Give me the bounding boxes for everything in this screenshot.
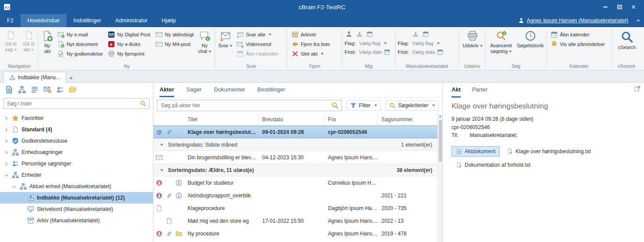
column-header-titel[interactable]: Titel bbox=[184, 113, 259, 125]
filter-button[interactable]: Filter bbox=[346, 100, 381, 111]
tab-dokumenter[interactable]: Dokumenter bbox=[214, 83, 245, 97]
tree-item-enhedssoegninger[interactable]: Enhedssøgninger bbox=[0, 147, 153, 158]
calendar-icon[interactable] bbox=[437, 49, 443, 55]
vertical-scrollbar[interactable]: ▲ bbox=[438, 113, 442, 242]
new-foi-button[interactable]: Ny aktindsigt bbox=[154, 30, 196, 39]
table-row[interactable]: Klageprocedure Dagbjört Ipsum Hansen 202… bbox=[153, 202, 438, 214]
table-row[interactable]: Budget for studietur Cornelius Ipsum Han… bbox=[153, 176, 438, 189]
table-row[interactable]: Aktindsigtsrapport_overblik 2021 - 221 bbox=[153, 189, 438, 202]
delete-record-button[interactable]: Slet akt bbox=[290, 49, 331, 58]
calendar-icon[interactable] bbox=[384, 49, 390, 55]
group-row[interactable]: Sorteringsdato: Sidste måned 1 element(e… bbox=[153, 138, 438, 151]
open-in-calendar-button[interactable]: Åbn i kalender bbox=[235, 49, 280, 58]
chevron-right-icon[interactable] bbox=[4, 161, 9, 167]
view-queue-icon[interactable] bbox=[31, 86, 39, 94]
goto-case-button[interactable]: Gå til sag bbox=[3, 29, 19, 53]
reply-button[interactable]: Svar bbox=[217, 29, 233, 50]
advanced-search-button[interactable]: Avanceret søgning bbox=[488, 29, 514, 55]
show-reminders-button[interactable]: Vis alle påmindelser bbox=[549, 39, 607, 49]
open-calendar-button[interactable]: Åbn kalender bbox=[549, 30, 607, 39]
quick-flag-icon[interactable] bbox=[356, 31, 363, 37]
quick-calendar-icon[interactable] bbox=[423, 31, 429, 37]
scrollbar-thumb[interactable] bbox=[439, 120, 442, 162]
column-header-sagsnummer[interactable]: Sagsnummer bbox=[378, 113, 438, 125]
chevron-right-icon[interactable] bbox=[4, 138, 9, 144]
print-button[interactable]: Udskriv bbox=[462, 29, 484, 50]
group-row[interactable]: Sorteringsdato: Ældre, 11 ulæst(e) 38 el… bbox=[153, 164, 438, 176]
remove-from-list-button[interactable]: Fjern fra liste bbox=[290, 39, 331, 49]
tab-sager[interactable]: Sager bbox=[186, 83, 202, 97]
tab-indbakke[interactable]: Indbakke (Manu... bbox=[4, 72, 66, 83]
sidebar-search-input[interactable] bbox=[4, 98, 149, 109]
new-tab-button[interactable]: + bbox=[66, 73, 76, 82]
menu-tab-hjaelp[interactable]: Hjælp bbox=[154, 14, 183, 27]
menu-tab-administrator[interactable]: Administrator bbox=[108, 14, 155, 27]
menu-tab-indstillinger[interactable]: Indstillinger bbox=[67, 14, 108, 27]
ribbon-collapse-button[interactable] bbox=[633, 14, 644, 27]
maximize-button[interactable] bbox=[612, 0, 626, 14]
chip-attachment[interactable]: Dokumentation af forhold.txt bbox=[452, 160, 535, 170]
reply-all-button[interactable]: Svar alle bbox=[235, 30, 280, 39]
tab-parter[interactable]: Parter bbox=[472, 83, 487, 98]
collapse-triangle-icon[interactable] bbox=[159, 142, 165, 148]
tab-akter[interactable]: Akter bbox=[160, 83, 174, 97]
tree-item-personlige-soegninger[interactable]: Personlige søgninger bbox=[0, 158, 153, 169]
minimize-button[interactable] bbox=[598, 0, 612, 14]
tree-item-skrivebord[interactable]: Skrivebord (Manualsekretariatet) bbox=[0, 203, 153, 215]
new-email-button[interactable]: Ny e-mail bbox=[56, 30, 104, 39]
user-menu[interactable]: Agnes Ipsum Hansen (Manualsekretariatet) bbox=[514, 14, 633, 27]
tree-item-godkendelsessluse[interactable]: Godkendelsessluse bbox=[0, 135, 153, 147]
unit-flag-select[interactable]: Flag: Vælg flag bbox=[398, 39, 443, 48]
view-units-icon[interactable] bbox=[18, 86, 26, 94]
table-row[interactable]: Din brugerindstilling er blevet... 04-12… bbox=[153, 151, 438, 164]
new-digital-post-button[interactable]: Ny Digital Post bbox=[106, 30, 152, 39]
chevron-down-icon[interactable] bbox=[11, 184, 17, 189]
tree-item-indbakke[interactable]: Indbakke (Manualsekretariatet) (12) bbox=[0, 192, 153, 203]
new-remote-print-button[interactable]: Ny fjernprint bbox=[106, 49, 152, 58]
tree-item-favoritter[interactable]: Favoritter bbox=[0, 112, 153, 124]
tree-item-standard[interactable]: Standard (4) bbox=[0, 124, 153, 135]
menu-tab-f2[interactable]: F2 bbox=[0, 14, 21, 27]
tab-bestillinger[interactable]: Bestillinger bbox=[257, 83, 285, 97]
forward-button[interactable]: Videresend bbox=[235, 39, 280, 49]
table-row[interactable]: @ Klage over høringsbeslutning 09-01-202… bbox=[153, 126, 438, 138]
new-document-button[interactable]: Nyt dokument bbox=[56, 39, 104, 49]
chevron-right-icon[interactable] bbox=[4, 116, 9, 121]
collapse-triangle-icon[interactable] bbox=[159, 167, 165, 173]
search-history-button[interactable]: Søgehistorik bbox=[516, 29, 544, 50]
search-criteria-button[interactable]: Søgekriterier bbox=[385, 100, 439, 111]
tree-item-arkiv[interactable]: Arkiv (Manualsekretariatet) bbox=[0, 215, 153, 226]
table-row[interactable]: Ny procedure Agnes Ipsum Hansen 2019 - 4… bbox=[153, 227, 438, 240]
quick-flag-icon[interactable] bbox=[413, 31, 419, 37]
new-approval-button[interactable]: Ny godkendelse bbox=[56, 49, 104, 58]
view-lists-icon[interactable] bbox=[5, 86, 13, 94]
chip-attachment[interactable]: Klage over høringsbeslutning.txt bbox=[502, 146, 595, 157]
archive-button[interactable]: Arkivér bbox=[290, 30, 331, 39]
tree-item-enheder[interactable]: Enheder bbox=[0, 169, 153, 181]
column-header-fra[interactable]: Fra bbox=[324, 113, 378, 125]
close-button[interactable] bbox=[626, 0, 640, 14]
chevron-right-icon[interactable] bbox=[4, 150, 9, 155]
chevron-down-icon[interactable] bbox=[4, 172, 9, 178]
chevron-right-icon[interactable] bbox=[4, 127, 9, 133]
quick-calendar-icon[interactable] bbox=[366, 31, 373, 37]
view-mail-icon[interactable] bbox=[43, 86, 51, 94]
tab-akt[interactable]: Akt bbox=[452, 83, 461, 98]
new-record-button[interactable]: Ny akt bbox=[41, 29, 54, 55]
scroll-up-arrow[interactable]: ▲ bbox=[438, 114, 442, 119]
csearch-button[interactable]: cSearch bbox=[617, 29, 637, 52]
unit-deadline-select[interactable]: Frist: Vælg dato bbox=[398, 48, 443, 56]
chip-aktdokument[interactable]: Aktdokument bbox=[452, 146, 500, 157]
view-folders-icon[interactable] bbox=[69, 86, 77, 94]
table-row[interactable]: Mød mig ved den store eg 17-01-2022 15:5… bbox=[153, 214, 438, 227]
my-deadline-select[interactable]: Frist: Vælg dato bbox=[345, 48, 390, 56]
goto-record-button[interactable]: Gå til akt bbox=[21, 29, 37, 53]
tree-item-aktuel-enhed[interactable]: Aktuel enhed (Manualsekretariatet) bbox=[0, 181, 153, 192]
new-eboks-button[interactable]: eNy e-Boks bbox=[106, 39, 152, 49]
expand-preview-icon[interactable] bbox=[634, 85, 640, 92]
column-header-brevdato[interactable]: Brevdato bbox=[259, 113, 324, 125]
menu-tab-hovedvindue[interactable]: Hovedvindue bbox=[21, 14, 67, 27]
my-flag-select[interactable]: Flag: Vælg flag bbox=[345, 39, 390, 48]
new-m4-post-button[interactable]: Ny M4-post bbox=[154, 39, 196, 49]
view-contacts-icon[interactable] bbox=[56, 86, 64, 94]
